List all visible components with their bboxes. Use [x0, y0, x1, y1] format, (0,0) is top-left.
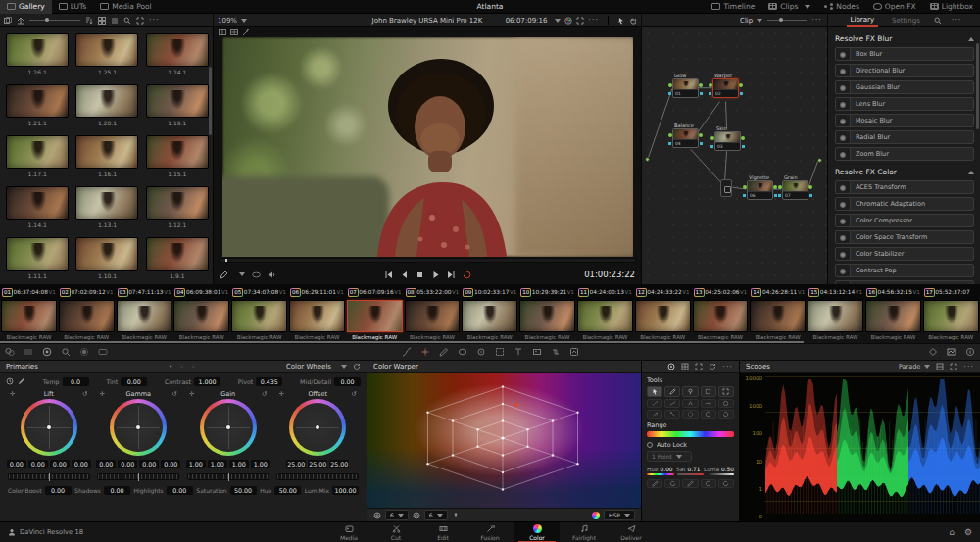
clips-toggle-button[interactable]: Clips	[761, 0, 817, 14]
warp-mode-button[interactable]	[682, 410, 698, 419]
param-mid-detail[interactable]: Mid/Detail0.00	[300, 377, 361, 386]
wheel-value-blue[interactable]: 0.00	[161, 460, 180, 468]
curves-icon[interactable]	[402, 347, 412, 357]
timeline-clip-thumbnail[interactable]: Blackmagic RAW	[288, 300, 346, 343]
scope-expand-icon[interactable]	[950, 363, 957, 370]
adjustment-param[interactable]: Color Boost 0.00	[8, 486, 72, 495]
param-value[interactable]: 0.00	[104, 486, 130, 495]
range-hue-bar[interactable]	[647, 431, 734, 437]
scope-options-icon[interactable]: ···	[963, 363, 974, 371]
fx-item[interactable]: Lens Blur	[835, 97, 974, 111]
tab-color-active[interactable]: Color	[514, 522, 560, 542]
sat-resolution-select[interactable]: 6	[424, 510, 448, 520]
param-value[interactable]: 50.00	[274, 486, 301, 495]
wheel-surface[interactable]	[204, 403, 253, 452]
wheel-indicator[interactable]	[47, 425, 51, 429]
timeline-clip-thumbnail[interactable]: Blackmagic RAW	[404, 300, 462, 343]
gallery-still[interactable]: 1.16.1	[75, 135, 138, 182]
clip-info[interactable]: 02 07:02:09:12 V1	[58, 288, 116, 297]
wheel-surface[interactable]	[114, 403, 163, 452]
reset-all-button[interactable]	[718, 479, 734, 488]
clip-info[interactable]: 16 04:56:32:15 V1	[864, 288, 922, 297]
gallery-still[interactable]: 1.12.1	[146, 186, 209, 233]
node-zoom-slider[interactable]	[767, 20, 807, 21]
rgb-mixer-icon[interactable]	[42, 347, 52, 357]
wheel-value-blue[interactable]: 25.00	[329, 460, 349, 468]
timeline-clip-thumbnail[interactable]: Blackmagic RAW	[346, 300, 404, 343]
luts-toggle-button[interactable]: LUTs	[52, 0, 94, 14]
gallery-still[interactable]: 1.17.1	[6, 135, 69, 182]
wheel-reset-icon[interactable]: ↺	[172, 390, 177, 398]
thumb-size-slider[interactable]	[29, 20, 80, 21]
adjustment-param[interactable]: Highlights 0.00	[134, 486, 193, 495]
timeline-clip-thumbnail[interactable]: Blackmagic RAW	[576, 300, 634, 343]
wheel-mode-select[interactable]: Color Wheels	[286, 363, 347, 370]
timeline-clip-thumbnail[interactable]: Blackmagic RAW	[116, 300, 173, 343]
power-window-icon[interactable]	[458, 347, 467, 357]
audio-mute-icon[interactable]	[268, 271, 276, 279]
pick-tool-button[interactable]	[682, 386, 698, 397]
wheel-surface[interactable]	[24, 403, 74, 452]
timeline-clip-thumbnail[interactable]: Blackmagic RAW	[518, 300, 576, 343]
previous-clip-button[interactable]	[384, 271, 393, 279]
clip-info[interactable]: 14 04:26:28:11 V1	[749, 288, 807, 297]
versions-icon[interactable]	[551, 347, 561, 357]
param-value[interactable]: 0.435	[256, 377, 282, 386]
text-tool-icon[interactable]	[514, 347, 523, 357]
master-wheel[interactable]	[97, 473, 179, 480]
wheel-value-green[interactable]: 0.00	[139, 460, 159, 468]
timeline-clip-thumbnail[interactable]: Blackmagic RAW	[749, 300, 807, 343]
clip-info[interactable]: 09 10:02:33:17 V1	[461, 288, 518, 297]
param-tint[interactable]: Tint0.00	[106, 377, 147, 386]
gallery-still[interactable]: 1.10.1	[75, 237, 138, 284]
param-value[interactable]: 50.00	[230, 486, 257, 495]
qualifier-icon[interactable]	[420, 347, 430, 357]
wheel-value-red[interactable]: 25.00	[286, 460, 306, 468]
wheel-value-blue[interactable]: 1.00	[251, 460, 270, 468]
timeline-clip-thumbnail[interactable]: Blackmagic RAW	[58, 300, 116, 343]
node-skin[interactable]: Skin 03	[714, 131, 741, 151]
gallery-still[interactable]: 1.24.1	[146, 33, 209, 80]
fx-item[interactable]: Color Stabilizer	[835, 247, 974, 261]
node-grain[interactable]: Grain 07	[782, 180, 808, 200]
param-value[interactable]: 0.00	[167, 486, 193, 495]
param-value[interactable]: 100.00	[332, 486, 359, 495]
auto-lock-row[interactable]: Auto Lock	[647, 441, 734, 448]
graph-options-icon[interactable]: ···	[811, 16, 822, 25]
image-wipe-icon[interactable]	[219, 28, 226, 36]
fx-item[interactable]: Color Space Transform	[835, 230, 974, 244]
pen-button[interactable]	[682, 479, 698, 488]
clip-info[interactable]: 17 05:52:37:07 V1	[922, 288, 980, 297]
reset-icon[interactable]	[709, 363, 716, 370]
color-palette-icon[interactable]	[564, 17, 572, 25]
wheel-reset-icon[interactable]: ↺	[82, 390, 87, 398]
wheel-mode-icon[interactable]: ✛	[100, 390, 105, 398]
clip-info[interactable]: 13 04:25:02:06 V1	[692, 288, 750, 297]
viewer-source-timecode[interactable]: 06:07:09:16	[506, 17, 548, 25]
node-balance[interactable]: Balance 04	[672, 128, 699, 148]
search-icon[interactable]	[934, 17, 942, 25]
point-mode-select[interactable]: 1 Point	[647, 451, 692, 462]
cursor-tool-icon[interactable]	[617, 17, 625, 25]
wheel-value-green[interactable]: 1.00	[229, 460, 249, 468]
param-value[interactable]: 0.00	[121, 377, 147, 386]
clip-grade-select[interactable]: Clip	[740, 17, 762, 25]
timeline-clip-thumbnail[interactable]: Blackmagic RAW	[172, 300, 230, 343]
clip-info[interactable]: 08 05:33:22:00 V1	[404, 288, 462, 297]
wheel-value-master[interactable]: 0.00	[96, 460, 116, 468]
expand-panel-icon[interactable]	[695, 363, 703, 370]
reset-palette-icon[interactable]	[353, 363, 361, 370]
info-icon[interactable]	[965, 347, 975, 357]
library-section-blur[interactable]: Resolve FX Blur	[835, 34, 974, 43]
wheel-mode-icon[interactable]: ✛	[10, 390, 15, 398]
search-icon[interactable]	[123, 17, 131, 25]
adjustment-param[interactable]: Shadows 0.00	[74, 486, 130, 495]
stills-icon[interactable]	[532, 347, 542, 357]
timeline-toggle-button[interactable]: Timeline	[705, 0, 761, 14]
zoom-tool-button[interactable]	[718, 386, 734, 397]
warper-mesh[interactable]	[368, 373, 641, 508]
warp-mode-button[interactable]	[664, 410, 680, 419]
wheel-value-red[interactable]: 0.00	[28, 460, 48, 468]
wheel-reset-icon[interactable]: ↺	[262, 390, 267, 398]
hue-value-group[interactable]: Hue0.00	[647, 467, 673, 472]
